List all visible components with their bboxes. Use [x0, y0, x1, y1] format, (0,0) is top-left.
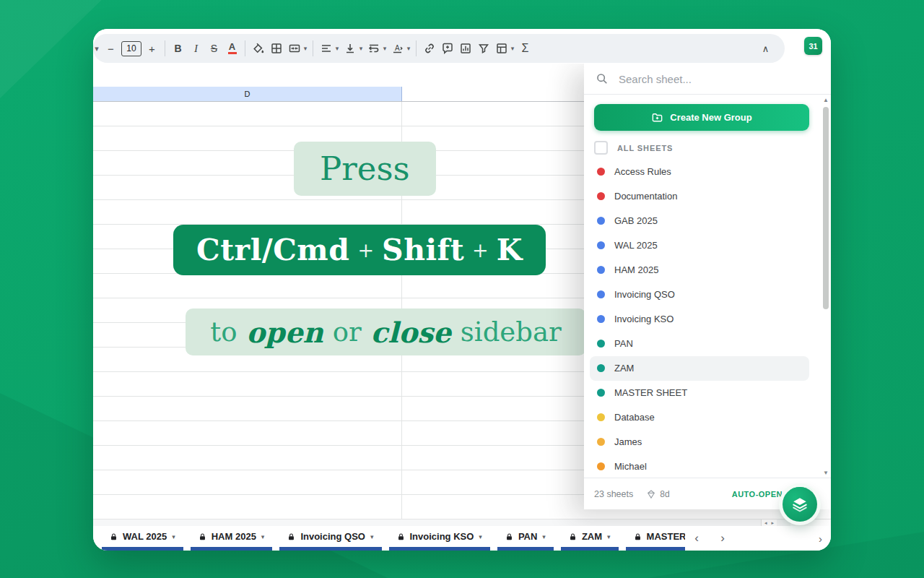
sheet-tab-ham-2025[interactable]: HAM 2025▾	[191, 526, 273, 551]
search-input[interactable]	[617, 72, 819, 86]
merge-cells-icon[interactable]	[285, 39, 303, 58]
functions-icon[interactable]: Σ	[516, 39, 534, 58]
divider	[165, 40, 165, 56]
text-color-icon[interactable]: A	[223, 39, 241, 58]
sheet-name: GAB 2025	[614, 215, 658, 226]
strikethrough-icon[interactable]: S	[205, 39, 223, 58]
all-sheets-label: ALL SHEETS	[617, 144, 673, 152]
lock-icon	[110, 532, 118, 541]
sheet-list-item[interactable]: Invoicing KSO	[590, 307, 809, 332]
caption-text: sidebar	[461, 316, 562, 348]
text-wrap-icon[interactable]	[365, 39, 383, 58]
shortcut-key: Ctrl/Cmd	[196, 233, 349, 267]
sheet-tab-invoicing-qso[interactable]: Invoicing QSO▾	[279, 526, 381, 551]
chevron-down-icon[interactable]: ▾	[302, 45, 309, 52]
tabs-next-button[interactable]: ›	[714, 526, 731, 551]
toolbar-pill: ▾ − 10 + B I S A	[93, 34, 785, 63]
sheet-list-item[interactable]: WAL 2025	[590, 233, 809, 258]
sheet-name: ZAM	[614, 363, 634, 374]
fill-color-icon[interactable]	[249, 39, 267, 58]
lock-icon	[505, 532, 513, 541]
caption-emphasis: open	[246, 316, 323, 349]
calendar-badge: 31	[808, 42, 817, 51]
sheet-list-item[interactable]: Documentation	[590, 184, 809, 209]
hscroll-nav[interactable]: ◂ ▸	[761, 519, 777, 526]
chevron-down-icon[interactable]: ▾	[93, 39, 102, 58]
chevron-down-icon: ▾	[370, 533, 374, 540]
chevron-down-icon[interactable]: ▾	[357, 45, 365, 52]
sheet-list-item[interactable]: Access Rules	[590, 160, 809, 184]
increase-font-size-icon[interactable]: +	[143, 39, 161, 58]
decrease-font-size-icon[interactable]: −	[102, 39, 120, 58]
extension-sidebar: Create New Group ALL SHEETS Access Rules…	[584, 64, 831, 509]
table-icon[interactable]	[492, 39, 510, 58]
chevron-down-icon[interactable]: ▾	[509, 45, 516, 52]
borders-icon[interactable]	[267, 39, 285, 58]
lock-icon	[397, 532, 405, 541]
chevron-down-icon: ▾	[261, 533, 265, 540]
calendar-icon[interactable]: 31	[804, 37, 822, 55]
sheet-list-item[interactable]: GAB 2025	[590, 209, 809, 233]
bold-icon[interactable]: B	[169, 39, 187, 58]
caption-emphasis: close	[371, 316, 451, 349]
shortcut-key: Shift	[382, 233, 464, 267]
sheet-list-item[interactable]: Database	[590, 405, 809, 430]
create-button-label: Create New Group	[670, 112, 751, 123]
sheet-count: 23 sheets	[594, 489, 633, 499]
sheet-list-item[interactable]: PAN	[590, 332, 809, 356]
sheet-tab-master[interactable]: MASTER▾	[626, 526, 685, 551]
sheet-tab-wal-2025[interactable]: WAL 2025▾	[102, 526, 183, 551]
create-new-group-button[interactable]: Create New Group	[594, 104, 809, 131]
chevron-down-icon[interactable]: ▾	[334, 45, 341, 52]
sheet-color-dot	[597, 413, 605, 421]
sheets-toolbar: ▾ − 10 + B I S A	[93, 29, 831, 64]
sheet-list-item[interactable]: James	[590, 430, 809, 454]
scroll-down-icon[interactable]: ▼	[821, 470, 830, 476]
sheet-list-item[interactable]: HAM 2025	[590, 258, 809, 282]
tab-label: Invoicing QSO	[300, 531, 365, 542]
scroll-right-icon[interactable]: ▸	[772, 520, 775, 526]
vertical-align-icon[interactable]	[341, 39, 359, 58]
create-filter-icon[interactable]	[474, 39, 492, 58]
sheet-color-dot	[597, 241, 605, 249]
scroll-left-icon[interactable]: ◂	[764, 520, 767, 526]
folder-plus-icon	[651, 111, 663, 124]
layers-icon	[791, 496, 808, 513]
chevron-right-icon[interactable]: ›	[819, 526, 822, 551]
sheet-list-item[interactable]: ZAM	[590, 356, 809, 381]
insert-comment-icon[interactable]	[438, 39, 456, 58]
collapse-toolbar-icon[interactable]: ∧	[757, 39, 775, 58]
sheet-tab-invoicing-kso[interactable]: Invoicing KSO▾	[389, 526, 490, 551]
insert-chart-icon[interactable]	[456, 39, 474, 58]
horizontal-align-icon[interactable]	[317, 39, 335, 58]
sidebar-scrollbar[interactable]: ▲ ▼	[821, 97, 830, 476]
sheet-tab-zam[interactable]: ZAM▾	[561, 526, 619, 551]
column-header-d[interactable]: D	[93, 87, 402, 101]
sheet-color-dot	[597, 192, 605, 200]
sheet-list-item[interactable]: MASTER SHEET	[590, 381, 809, 405]
text-rotation-icon[interactable]: A	[388, 39, 406, 58]
sheet-list-item[interactable]: Invoicing QSO	[590, 282, 809, 307]
italic-icon[interactable]: I	[187, 39, 205, 58]
tab-label: ZAM	[582, 531, 602, 542]
tab-label: PAN	[518, 531, 537, 542]
insert-link-icon[interactable]	[420, 39, 438, 58]
sheet-tab-pan[interactable]: PAN▾	[497, 526, 554, 551]
sheet-tabs: WAL 2025▾HAM 2025▾Invoicing QSO▾Invoicin…	[93, 526, 685, 551]
chevron-down-icon[interactable]: ▾	[381, 45, 388, 52]
font-size-input[interactable]: 10	[121, 41, 141, 56]
extension-fab[interactable]	[783, 487, 817, 522]
scrollbar-thumb[interactable]	[823, 107, 829, 309]
scroll-up-icon[interactable]: ▲	[821, 97, 830, 103]
all-sheets-checkbox[interactable]	[594, 141, 608, 155]
lock-icon	[287, 532, 295, 541]
shortcut-key: K	[497, 233, 523, 267]
gem-icon	[646, 489, 656, 499]
chevron-down-icon[interactable]: ▾	[405, 45, 412, 52]
sidebar-search-row	[584, 64, 831, 95]
plus-separator: +	[357, 239, 374, 262]
sheet-name: PAN	[614, 338, 633, 349]
sheet-name: Access Rules	[614, 166, 671, 177]
sheet-list-item[interactable]: Michael	[590, 454, 809, 478]
tabs-prev-button[interactable]: ‹	[688, 526, 705, 551]
